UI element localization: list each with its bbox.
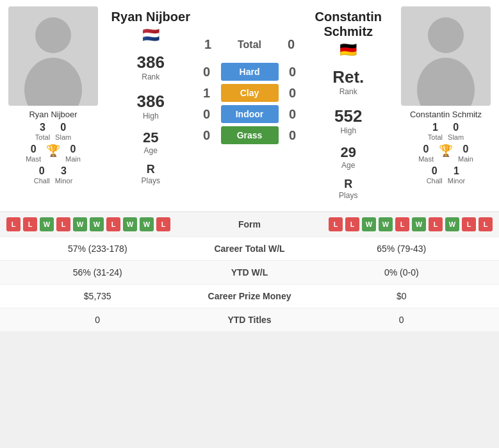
left-slam-stat: 0 Slam	[55, 122, 71, 141]
left-stats-middle: Ryan Nijboer 🇳🇱 386 Rank 386 High 25 Age…	[101, 6, 200, 204]
left-plays-value: R	[147, 163, 155, 176]
right-name-top: Constantin Schmitz	[299, 10, 398, 39]
form-badge-w: W	[412, 217, 426, 231]
left-stats-row1: 3 Total 0 Slam	[35, 122, 71, 141]
left-stats-row3: 0 Chall 3 Minor	[34, 165, 73, 185]
right-chall-stat: 0 Chall	[427, 165, 443, 185]
form-badge-l: L	[479, 217, 493, 231]
form-badge-l: L	[395, 217, 409, 231]
surface-right-score: 0	[286, 65, 299, 79]
surface-left-score: 0	[200, 107, 213, 122]
stats-right-value-0: 65% (79-43)	[314, 244, 490, 254]
stats-left-value-2: $5,735	[10, 291, 186, 301]
right-plays-section: R Plays	[339, 178, 357, 200]
left-age-value: 25	[143, 129, 158, 146]
left-plays-section: R Plays	[142, 163, 160, 185]
right-age-label: Age	[341, 161, 355, 170]
stats-label-1: YTD W/L	[186, 267, 314, 278]
left-player-avatar	[8, 6, 98, 106]
form-badge-w: W	[140, 217, 154, 231]
right-plays-value: R	[344, 178, 352, 191]
right-mast-stat: 0 Mast	[418, 144, 434, 163]
stats-right-value-1: 0% (0-0)	[314, 267, 490, 278]
left-total-stat: 3 Total	[35, 122, 50, 141]
right-age-value: 29	[340, 144, 356, 161]
stats-row-2: $5,735Career Prize Money$0	[0, 284, 499, 308]
right-high-label: High	[340, 126, 356, 135]
stats-right-value-2: $0	[314, 291, 490, 301]
stats-right-value-3: 0	[314, 315, 490, 325]
form-badge-l: L	[56, 217, 70, 231]
surface-right-score: 0	[286, 107, 299, 122]
form-badge-w: W	[362, 217, 376, 231]
stats-row-0: 57% (233-178)Career Total W/L65% (79-43)	[0, 236, 499, 260]
form-badge-w: W	[90, 217, 104, 231]
form-badge-w: W	[40, 217, 54, 231]
surface-left-score: 1	[200, 86, 213, 101]
right-high-section: 552 High	[334, 106, 362, 135]
right-rank-label: Rank	[339, 87, 357, 96]
left-rank-section: 386 Rank	[137, 53, 165, 81]
left-player-name: Ryan Nijboer	[29, 110, 77, 119]
total-label: Total	[224, 39, 275, 51]
right-high-value: 552	[334, 106, 362, 126]
surface-row-grass: 0Grass0	[200, 126, 299, 144]
form-badge-l: L	[106, 217, 120, 231]
right-slam-stat: 0 Slam	[448, 122, 464, 141]
main-container: Ryan Nijboer 3 Total 0 Slam 0 Mast 🏆	[0, 0, 499, 331]
left-rank-value: 386	[137, 53, 165, 72]
form-badge-l: L	[329, 217, 343, 231]
stats-left-value-1: 56% (31-24)	[10, 267, 186, 278]
surface-button-hard[interactable]: Hard	[221, 63, 279, 81]
left-main-stat: 0 Main	[65, 144, 81, 163]
form-badge-l: L	[23, 217, 37, 231]
stats-label-0: Career Total W/L	[186, 244, 314, 254]
stats-left-value-0: 57% (233-178)	[10, 244, 186, 254]
left-chall-stat: 0 Chall	[34, 165, 50, 185]
right-form-badges: LLWWLWLWLL	[285, 217, 493, 231]
surface-row-indoor: 0Indoor0	[200, 105, 299, 123]
left-high-value: 386	[137, 92, 165, 112]
surface-button-indoor[interactable]: Indoor	[221, 105, 279, 123]
stats-left-value-3: 0	[10, 315, 186, 325]
form-badge-w: W	[73, 217, 87, 231]
stats-row-1: 56% (31-24)YTD W/L0% (0-0)	[0, 260, 499, 284]
right-player-avatar	[401, 6, 491, 106]
stats-label-3: YTD Titles	[186, 315, 314, 325]
form-label: Form	[218, 219, 282, 229]
surface-left-score: 0	[200, 65, 213, 79]
left-mast-stat: 0 Mast	[26, 144, 41, 163]
form-badge-l: L	[345, 217, 359, 231]
stats-label-2: Career Prize Money	[186, 291, 314, 301]
left-form-badges: LLWLWWLWWL	[6, 217, 215, 231]
stats-section: 57% (233-178)Career Total W/L65% (79-43)…	[0, 236, 499, 331]
left-player-info: Ryan Nijboer 3 Total 0 Slam 0 Mast 🏆	[5, 6, 101, 204]
form-badge-l: L	[429, 217, 443, 231]
svg-point-1	[35, 17, 71, 53]
surface-button-grass[interactable]: Grass	[221, 126, 279, 144]
form-badge-l: L	[156, 217, 170, 231]
surface-right-score: 0	[286, 86, 299, 101]
form-badge-w: W	[445, 217, 459, 231]
right-age-section: 29 Age	[340, 144, 356, 170]
right-player-info: Constantin Schmitz 1 Total 0 Slam 0 Mast…	[398, 6, 494, 204]
right-flag: 🇩🇪	[339, 42, 357, 58]
left-minor-stat: 3 Minor	[55, 165, 73, 185]
form-badge-w: W	[123, 217, 137, 231]
left-age-section: 25 Age	[143, 129, 158, 155]
surface-button-clay[interactable]: Clay	[221, 84, 279, 102]
right-trophy-icon: 🏆	[439, 144, 453, 158]
right-minor-stat: 1 Minor	[448, 165, 466, 185]
right-main-stat: 0 Main	[458, 144, 473, 163]
right-player-name: Constantin Schmitz	[410, 110, 482, 119]
left-flag: 🇳🇱	[142, 27, 160, 44]
right-stats-row1: 1 Total 0 Slam	[428, 122, 464, 141]
players-top-row: Ryan Nijboer 3 Total 0 Slam 0 Mast 🏆	[0, 0, 499, 204]
left-high-section: 386 High	[137, 92, 165, 120]
right-stats-middle: Constantin Schmitz 🇩🇪 Ret. Rank 552 High…	[299, 6, 398, 204]
surfaces-container: 0Hard01Clay00Indoor00Grass0	[200, 60, 299, 147]
left-total-score: 1	[202, 37, 215, 52]
total-row: 1 Total 0	[202, 37, 298, 52]
left-age-label: Age	[144, 146, 158, 155]
right-total-stat: 1 Total	[428, 122, 443, 141]
